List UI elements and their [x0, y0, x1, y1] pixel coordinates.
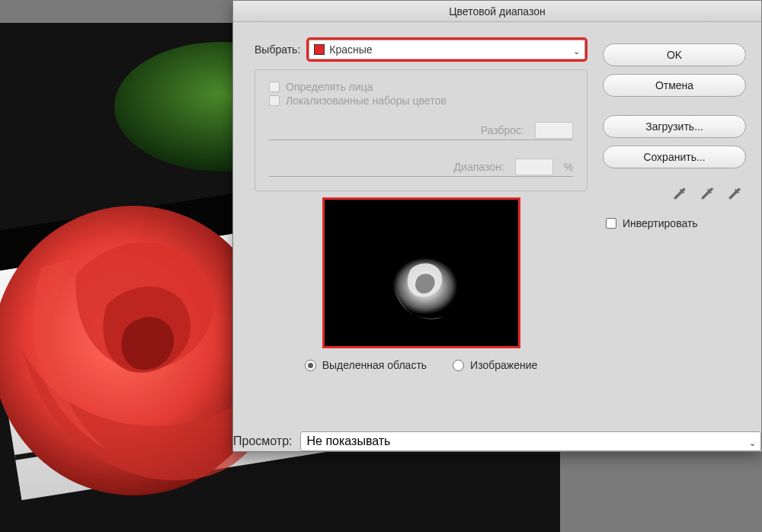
fuzziness-label: Разброс: — [433, 124, 524, 136]
dialog-title: Цветовой диапазон — [233, 1, 761, 22]
chevron-down-icon: ⌄ — [749, 438, 756, 448]
range-slider — [269, 176, 573, 177]
select-label: Выбрать: — [255, 43, 300, 56]
disabled-options-group: Определять лица Локализованные наборы цв… — [255, 69, 588, 191]
color-swatch — [314, 44, 325, 55]
radio-dot-icon — [453, 360, 464, 371]
load-button[interactable]: Загрузить... — [603, 115, 746, 138]
radio-selection-label: Выделенная область — [322, 359, 427, 371]
cancel-button[interactable]: Отмена — [603, 74, 746, 97]
radio-dot-icon — [305, 360, 316, 371]
radio-image[interactable]: Изображение — [453, 359, 537, 371]
color-select[interactable]: Красные ⌄ — [309, 40, 585, 59]
radio-image-label: Изображение — [470, 359, 537, 371]
selection-preview — [322, 197, 520, 348]
preview-mode-value: Не показывать — [307, 434, 391, 448]
eyedropper-minus-icon[interactable]: − — [726, 185, 743, 202]
range-unit: % — [564, 161, 573, 173]
fuzziness-slider — [269, 139, 573, 140]
radio-selection[interactable]: Выделенная область — [305, 359, 427, 371]
eyedropper-plus-icon[interactable]: + — [699, 185, 716, 202]
eyedropper-icon[interactable] — [671, 185, 688, 202]
range-input — [515, 159, 553, 175]
detect-faces-label: Определять лица — [286, 81, 373, 93]
color-range-dialog: Цветовой диапазон Выбрать: Красные ⌄ О — [232, 0, 762, 452]
preview-mode-select[interactable]: Не показывать ⌄ — [300, 431, 761, 451]
checkbox-icon — [269, 82, 280, 92]
localized-sets-checkbox: Локализованные наборы цветов — [269, 95, 447, 107]
range-label: Диапазон: — [413, 161, 504, 173]
select-value: Красные — [329, 43, 372, 56]
select-highlight-frame: Красные ⌄ — [306, 37, 588, 62]
svg-text:+: + — [711, 186, 715, 193]
detect-faces-checkbox: Определять лица — [269, 81, 373, 93]
localized-sets-label: Локализованные наборы цветов — [286, 95, 447, 107]
preview-label: Просмотр: — [233, 434, 293, 448]
fuzziness-input — [535, 122, 573, 139]
ok-button[interactable]: OK — [603, 43, 746, 66]
chevron-down-icon: ⌄ — [573, 46, 580, 56]
save-button[interactable]: Сохранить... — [603, 146, 746, 168]
invert-checkbox[interactable] — [606, 218, 616, 229]
svg-text:−: − — [738, 186, 742, 193]
invert-label: Инвертировать — [623, 217, 698, 229]
checkbox-icon — [269, 95, 280, 106]
